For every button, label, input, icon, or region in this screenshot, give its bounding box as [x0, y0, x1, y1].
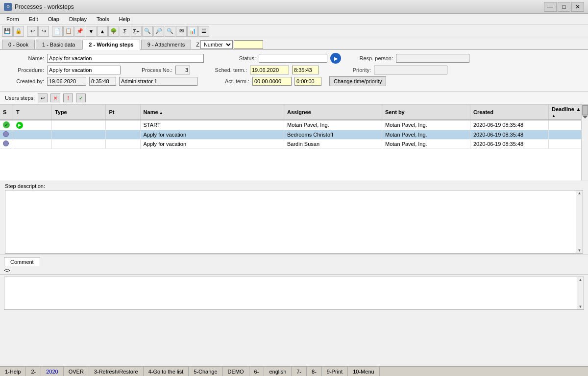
row-assignee: Bardin Susan — [284, 139, 382, 148]
steps-btn-2[interactable]: ✕ — [50, 94, 60, 102]
row-created: 2020-06-19 08:35:48 — [470, 130, 549, 139]
comment-toolbar: <> — [0, 266, 588, 275]
code-icon: <> — [4, 267, 10, 273]
status-refresh[interactable]: 3-Refresh/Restore — [89, 367, 144, 376]
tab-0[interactable]: 0 - Book — [2, 40, 35, 49]
toolbar-sum[interactable]: Σ — [120, 26, 130, 37]
toolbar-save[interactable]: 💾 — [2, 26, 13, 37]
row-s — [0, 139, 13, 148]
comment-scroll-down-icon: ▼ — [577, 305, 584, 309]
status-input[interactable] — [259, 54, 327, 63]
process-no-input[interactable] — [175, 66, 190, 74]
resp-person-label: Resp. person: — [354, 55, 393, 61]
maximize-button[interactable]: □ — [558, 2, 570, 12]
menu-olap[interactable]: Olap — [44, 15, 64, 24]
act-date-input[interactable] — [252, 77, 292, 86]
table-row[interactable]: Apply for vacation Bardin Susan Motan Pa… — [0, 139, 588, 148]
toolbar-search1[interactable]: 🔍 — [142, 26, 153, 37]
status-year: 2020 — [41, 367, 63, 376]
col-header-s[interactable]: S — [0, 105, 13, 120]
toolbar-redo[interactable]: ↪ — [38, 26, 49, 37]
menu-tools[interactable]: Tools — [92, 15, 114, 24]
toolbar: 💾 🔒 ↩ ↪ 📄 📋 📌 ▼ ▲ 🌳 Σ Σ+ 🔍 🔎 🔍 ✉ 📊 ☰ — [0, 24, 588, 38]
steps-btn-1[interactable]: ↩ — [38, 94, 48, 102]
steps-btn-4[interactable]: ✓ — [76, 94, 86, 102]
status-menu[interactable]: 10-Menu — [348, 367, 379, 376]
menu-help[interactable]: Help — [115, 15, 135, 24]
toolbar-search2[interactable]: 🔎 — [153, 26, 164, 37]
row-pt — [106, 120, 140, 130]
toolbar-undo[interactable]: ↩ — [27, 26, 38, 37]
col-header-sentby[interactable]: Sent by — [382, 105, 470, 120]
col-header-type[interactable]: Type — [51, 105, 106, 120]
status-7[interactable]: 7- — [292, 367, 307, 376]
scroll-up-icon: ▲ — [576, 191, 583, 195]
status-help[interactable]: 1-Help — [0, 367, 26, 376]
toolbar-report[interactable]: 📊 — [187, 26, 198, 37]
tab-9[interactable]: 9 - Attachments — [141, 40, 191, 49]
col-header-created[interactable]: Created — [470, 105, 549, 120]
created-date-input[interactable] — [47, 77, 86, 86]
comment-section: Comment <> ▲ ▼ — [0, 255, 588, 312]
name-input[interactable] — [47, 54, 204, 63]
sched-date-input[interactable] — [250, 66, 289, 74]
act-time-input[interactable] — [294, 77, 321, 86]
status-pending-icon — [3, 141, 9, 146]
toolbar-search3[interactable]: 🔍 — [165, 26, 175, 37]
number-dropdown[interactable]: Number — [200, 40, 233, 49]
resp-person-input[interactable] — [396, 54, 469, 63]
status-6[interactable]: 6- — [249, 367, 265, 376]
created-time-input[interactable] — [89, 77, 116, 86]
row-created: 2020-06-19 08:35:48 — [470, 120, 549, 130]
status-goto[interactable]: 4-Go to the list — [144, 367, 189, 376]
toolbar-btn-sigma2[interactable]: Σ+ — [131, 26, 142, 37]
procedure-input[interactable] — [47, 66, 121, 74]
tab-2[interactable]: 2 - Working steps — [82, 40, 140, 50]
toolbar-paste[interactable]: 📌 — [74, 26, 85, 37]
tab-1[interactable]: 1 - Basic data — [36, 40, 81, 49]
table-area: S T Type Pt Name Assignee Sent by Create… — [0, 105, 588, 181]
steps-btn-3[interactable]: ! — [63, 94, 73, 102]
col-header-name[interactable]: Name — [140, 105, 284, 120]
toolbar-new[interactable]: 📄 — [52, 26, 63, 37]
col-header-assignee[interactable]: Assignee — [284, 105, 382, 120]
menu-edit[interactable]: Edit — [24, 15, 43, 24]
toolbar-btn-arr1[interactable]: ▼ — [86, 26, 97, 37]
table-scrollbar[interactable] — [581, 105, 588, 181]
act-term-label: Act. term.: — [210, 78, 249, 84]
priority-input[interactable] — [374, 66, 447, 74]
status-8[interactable]: 8- — [307, 367, 322, 376]
step-description-area: Step description: ▲ ▼ — [0, 181, 588, 255]
status-print[interactable]: 9-Print — [322, 367, 348, 376]
scroll-down-icon: ▼ — [576, 248, 583, 253]
comment-tab[interactable]: Comment — [4, 257, 40, 266]
z-label: Z — [196, 42, 199, 47]
comment-box[interactable]: ▲ ▼ — [4, 277, 584, 310]
table-row[interactable]: ✓ ▶ START Motan Pavel, Ing. Motan Pavel,… — [0, 120, 588, 130]
toolbar-btn-arr2[interactable]: ▲ — [97, 26, 108, 37]
minimize-button[interactable]: — — [544, 2, 557, 12]
toolbar-btn-tree[interactable]: 🌳 — [108, 26, 119, 37]
sched-time-input[interactable] — [292, 66, 319, 74]
comment-scrollbar[interactable]: ▲ ▼ — [577, 277, 584, 309]
toolbar-btn2[interactable]: 🔒 — [13, 26, 24, 37]
created-user-input[interactable] — [119, 77, 197, 86]
toolbar-email[interactable]: ✉ — [176, 26, 187, 37]
status-change[interactable]: 5-Change — [189, 367, 222, 376]
toolbar-copy[interactable]: 📋 — [63, 26, 74, 37]
toolbar-list[interactable]: ☰ — [198, 26, 209, 37]
col-header-pt[interactable]: Pt — [106, 105, 140, 120]
col-header-t[interactable]: T — [13, 105, 52, 120]
close-button[interactable]: ✕ — [571, 2, 584, 12]
users-steps-row: Users steps: ↩ ✕ ! ✓ — [0, 92, 588, 105]
scrollbar-thumb-top — [582, 105, 588, 115]
change-time-priority-button[interactable]: Change time/priority — [329, 76, 386, 86]
row-assignee: Bedrooms Christoff — [284, 130, 382, 139]
menu-form[interactable]: Form — [2, 15, 24, 24]
comment-scroll-up-icon: ▲ — [577, 278, 584, 282]
table-row[interactable]: Apply for vacation Bedrooms Christoff Mo… — [0, 130, 588, 139]
menu-display[interactable]: Display — [65, 15, 91, 24]
status-button[interactable] — [330, 53, 341, 64]
step-desc-scrollbar[interactable]: ▲ ▼ — [576, 190, 583, 253]
number-input[interactable] — [234, 40, 263, 49]
